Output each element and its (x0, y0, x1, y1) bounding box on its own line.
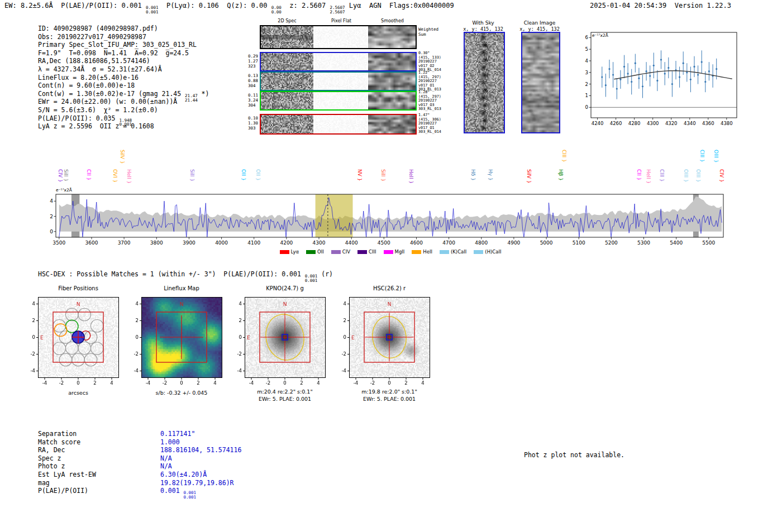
legend-item: MgII (384, 249, 405, 255)
svg-text:4400: 4400 (345, 240, 358, 246)
match-row-label: Match score (38, 438, 96, 447)
note-kpno-mag: m:20.4 re:2.2" s:0.1" (245, 389, 325, 395)
svg-text:4: 4 (50, 198, 53, 204)
emission-line-label: SiIV } (120, 150, 125, 164)
line-fit-plot-container: 424042604280430043204340436043800123456e… (571, 27, 741, 138)
pixel-flat-image (314, 73, 367, 90)
info-line: λ = 4327.34Å σ = 52.31(±27.64)Å (38, 65, 209, 74)
strip-row (260, 52, 417, 71)
with-sky-coords: x, y: 415, 132 (458, 26, 508, 32)
svg-text:5: 5 (585, 46, 588, 52)
stacked-uncertainty: 21.4721.44 (185, 94, 198, 103)
stacked-uncertainty: 0.000.00 (271, 6, 282, 15)
lineflux-map (127, 295, 226, 389)
emission-line-label: Hγ } (488, 169, 493, 181)
emission-line-label: SiII } (380, 169, 386, 181)
legend-swatch (331, 250, 341, 254)
match-row-label: Separation (38, 430, 96, 438)
emission-line-label: Hβ } (558, 169, 564, 181)
svg-text:3800: 3800 (150, 240, 163, 246)
header-summary: EW: 8.2±5.6Å P(LAE)/P(OII): 0.001 0.0010… (4, 2, 454, 15)
spec2d-image (261, 26, 313, 48)
svg-text:4500: 4500 (378, 240, 390, 246)
emission-line-label: CII } (86, 169, 92, 180)
legend-item: CIV (331, 249, 350, 255)
legend-label: CIV (342, 249, 350, 255)
kpno-g-cutout-image (230, 295, 330, 389)
info-line: Cont(w) = 1.30(±0.02)e-17 (gmag 21.45 21… (38, 90, 209, 98)
emission-line-label: CIII } (561, 150, 567, 162)
smoothed-image (368, 53, 416, 70)
info-line: RA,Dec (188.816086,51.574146) (38, 57, 209, 65)
svg-text:4800: 4800 (475, 240, 488, 246)
svg-text:1: 1 (585, 93, 588, 98)
legend-swatch (357, 250, 367, 254)
svg-text:4360: 4360 (702, 121, 714, 126)
match-row-value: 1.000 (160, 438, 241, 447)
svg-text:4: 4 (585, 58, 588, 64)
strip-right-label: 1.47" (415, 306) 20190227 v017_O1 303_RL… (418, 113, 441, 135)
strip-left-label: 0.11 3.24 304 (248, 93, 258, 108)
legend-item: OII (306, 249, 324, 255)
match-row-value: 188.816104, 51.574116 (160, 446, 241, 454)
emission-line-label: OVI } (112, 169, 118, 183)
legend-item: CIII (357, 249, 376, 255)
xlabel-arcsecs: arcsecs (38, 390, 118, 396)
match-row-value: 19.82(19.79,19.86)R (160, 479, 241, 487)
emission-line-label: HeII } (126, 169, 132, 184)
match-row-value: 0.001 0.0010.001 (160, 487, 241, 495)
svg-text:4260: 4260 (610, 121, 622, 126)
svg-text:4700: 4700 (442, 240, 455, 246)
emission-line-label: OII } (241, 169, 246, 181)
svg-text:4300: 4300 (647, 121, 659, 126)
pixel-flat-image (314, 115, 367, 133)
smoothed-image (368, 73, 416, 90)
svg-text:5300: 5300 (637, 240, 650, 246)
svg-text:5200: 5200 (605, 240, 618, 246)
emission-line-label: OII } (255, 169, 261, 181)
svg-text:4200: 4200 (280, 240, 293, 246)
match-table-values: 0.117141"1.000188.816104, 51.574116N/AN/… (160, 430, 241, 495)
info-line: ID: 4090298987 (4090298987.pdf) (38, 25, 209, 33)
emission-line-label: OIII } (695, 169, 701, 183)
info-line: S/N = 5.6(±3.6) χ² = 1.2(±0.0) (38, 106, 209, 114)
strip-row (260, 25, 417, 49)
match-row-label: Photo z (38, 462, 96, 471)
svg-text:4300: 4300 (313, 240, 326, 246)
header-timestamp-version: 2025-01-04 20:54:39 Version 1.22.3 (590, 2, 731, 9)
spec2d-image (261, 53, 313, 70)
svg-text:4600: 4600 (410, 240, 423, 246)
svg-text:4280: 4280 (628, 121, 641, 126)
legend-label: HeII (423, 249, 432, 255)
emission-line-label: CIII } (659, 169, 665, 182)
svg-text:2: 2 (50, 214, 53, 219)
note-hsc-mag: m:19.8 re:2.0" s:0.1" (349, 389, 430, 395)
info-line: LineFlux = 8.20(±5.40)e-16 (38, 74, 209, 82)
svg-text:5100: 5100 (573, 240, 585, 246)
smoothed-image (368, 26, 416, 48)
clean-image-title: Clean Image (514, 20, 565, 26)
weighted-sum-label: Weighted Sum (418, 27, 438, 37)
stacked-uncertainty: 0.0010.001 (184, 491, 197, 500)
svg-text:2: 2 (585, 82, 588, 87)
svg-text:4380: 4380 (721, 121, 733, 126)
panel-title-kpno-g: KPNO(24.7) g (245, 285, 325, 291)
match-row-label: Est LyA rest-EW (38, 471, 96, 479)
strip-row (260, 91, 417, 111)
stacked-uncertainty: 0.0010.001 (305, 274, 318, 283)
info-line: Primary Spec_Slot_IFU_AMP: 303_025_013_R… (38, 41, 209, 49)
legend-label: Lyα (291, 249, 299, 255)
note-hsc-ewr: EWr: 5. PLAE: 0.001 (349, 396, 430, 402)
col-title-2d-spec: 2D Spec (260, 18, 314, 23)
strip-row (260, 71, 417, 91)
col-title-smoothed: Smoothed (368, 18, 417, 23)
fiber-positions-map (23, 295, 123, 389)
strip-left-label: 0.13 0.88 304 (248, 73, 258, 88)
strip-left-label: 0.10 1.30 303 (248, 116, 258, 131)
match-row-label: RA, Dec (38, 446, 96, 454)
legend-swatch (280, 250, 289, 254)
svg-text:5000: 5000 (540, 240, 553, 246)
pixel-flat-image (314, 92, 367, 109)
svg-text:e⁻¹⁷x2Å: e⁻¹⁷x2Å (592, 33, 609, 38)
panel-title-lineflux-map: Lineflux Map (141, 285, 222, 291)
